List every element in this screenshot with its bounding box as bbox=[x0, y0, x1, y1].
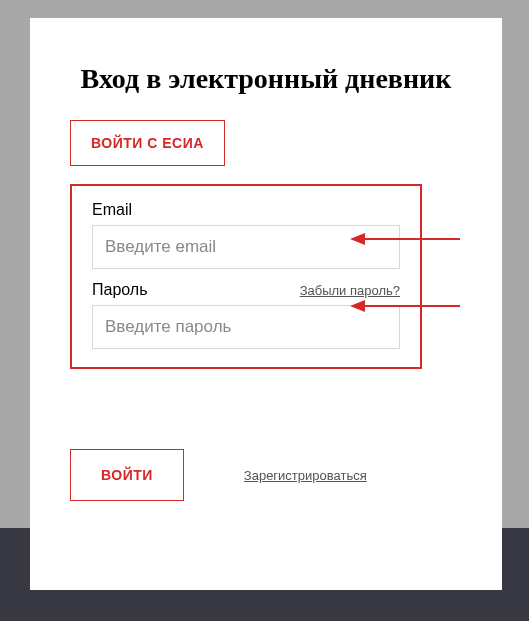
forgot-password-link[interactable]: Забыли пароль? bbox=[300, 283, 400, 298]
email-group: Email bbox=[92, 201, 400, 269]
bottom-actions: ВОЙТИ Зарегистрироваться bbox=[70, 449, 462, 501]
page-title: Вход в электронный дневник bbox=[70, 63, 462, 95]
password-input[interactable] bbox=[92, 305, 400, 349]
register-link[interactable]: Зарегистрироваться bbox=[244, 468, 367, 483]
email-input[interactable] bbox=[92, 225, 400, 269]
login-button[interactable]: ВОЙТИ bbox=[70, 449, 184, 501]
email-label: Email bbox=[92, 201, 132, 219]
password-group: Пароль Забыли пароль? bbox=[92, 281, 400, 349]
esia-login-button[interactable]: ВОЙТИ С ЕСИА bbox=[70, 120, 225, 166]
credentials-form: Email Пароль Забыли пароль? bbox=[70, 184, 422, 369]
password-label: Пароль bbox=[92, 281, 148, 299]
login-card: Вход в электронный дневник ВОЙТИ С ЕСИА … bbox=[30, 18, 502, 590]
